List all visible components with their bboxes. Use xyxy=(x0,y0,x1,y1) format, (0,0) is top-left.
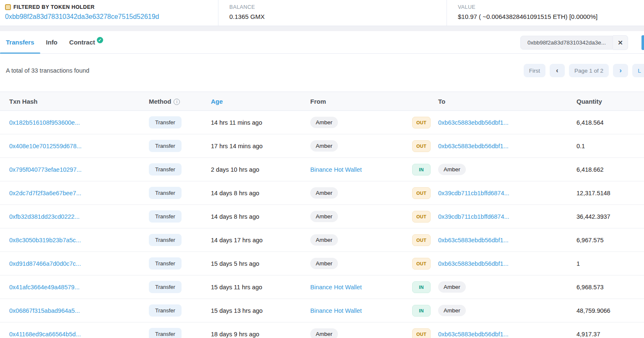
header-from: From xyxy=(310,98,412,105)
method-badge: Transfer xyxy=(149,328,182,338)
method-badge: Transfer xyxy=(149,257,182,270)
table-toolbar: A total of 33 transactions found First ‹… xyxy=(0,54,644,86)
table-header-row: Txn Hash Methodi Age From To Quantity xyxy=(0,92,644,111)
quantity-cell: 6,418.564 xyxy=(576,119,644,126)
pagination-next-button[interactable]: › xyxy=(613,64,628,77)
from-address[interactable]: Amber xyxy=(310,117,338,128)
summary-header: FILTERED BY TOKEN HOLDER 0xbb98f2a83d783… xyxy=(0,0,644,26)
table-row: 0x2dc7d7f2f3a6e67bee7... Transfer 14 day… xyxy=(0,181,644,205)
filter-close-icon[interactable]: ✕ xyxy=(613,35,628,50)
header-method: Methodi xyxy=(149,98,211,105)
value-value: $10.97 ( ~0.00643828461091515 ETH) [0.00… xyxy=(458,13,638,20)
from-address[interactable]: Binance Hot Wallet xyxy=(310,284,362,291)
direction-badge: OUT xyxy=(412,328,431,338)
to-address[interactable]: Amber xyxy=(438,281,466,293)
table-row: 0x41168ed9ca66564b5d... Transfer 18 days… xyxy=(0,322,644,338)
filter-holder-label-row: FILTERED BY TOKEN HOLDER xyxy=(5,4,212,10)
direction-badge: IN xyxy=(412,281,431,293)
direction-badge: OUT xyxy=(412,187,431,199)
age-cell: 14 days 8 hrs ago xyxy=(211,213,310,220)
to-address[interactable]: 0x39cdb711cb1bffd6874... xyxy=(438,213,509,220)
age-cell: 15 days 5 hrs ago xyxy=(211,260,310,267)
header-txn-hash: Txn Hash xyxy=(9,98,149,105)
table-body: 0x182b516108f953600e... Transfer 14 hrs … xyxy=(0,111,644,338)
to-address[interactable]: 0xb63c5883ebdb56dbf1... xyxy=(438,143,509,149)
to-address[interactable]: Amber xyxy=(438,164,466,175)
total-transactions-text: A total of 33 transactions found xyxy=(6,67,89,74)
holder-address-link[interactable]: 0xbb98f2a83d78310342da3e63278ce7515d5261… xyxy=(5,13,159,20)
txn-hash-link[interactable]: 0xd91d87466a7d0d0c7c... xyxy=(9,260,81,267)
method-badge: Transfer xyxy=(149,140,182,152)
from-address[interactable]: Amber xyxy=(310,140,338,152)
to-address[interactable]: 0xb63c5883ebdb56dbf1... xyxy=(438,119,509,126)
tab-transfers-label: Transfers xyxy=(6,39,34,46)
txn-hash-link[interactable]: 0x41afc3664e49a48579... xyxy=(9,284,80,291)
direction-badge: OUT xyxy=(412,258,431,270)
txn-hash-link[interactable]: 0x408e10e7012559d678... xyxy=(9,143,82,149)
txn-hash-link[interactable]: 0x2dc7d7f2f3a6e67bee7... xyxy=(9,190,81,197)
table-row: 0x795f040773efae10297... Transfer 2 days… xyxy=(0,158,644,181)
header-to: To xyxy=(438,98,576,105)
age-cell: 18 days 9 hrs ago xyxy=(211,331,310,338)
txn-hash-link[interactable]: 0x41168ed9ca66564b5d... xyxy=(9,331,81,338)
pagination-first-button[interactable]: First xyxy=(524,64,545,77)
from-address[interactable]: Amber xyxy=(310,234,338,246)
txn-hash-link[interactable]: 0x795f040773efae10297... xyxy=(9,166,82,173)
quantity-cell: 0.1 xyxy=(576,143,644,149)
age-cell: 15 days 11 hrs ago xyxy=(211,284,310,291)
from-address[interactable]: Binance Hot Wallet xyxy=(310,307,362,314)
from-address[interactable]: Amber xyxy=(310,211,338,222)
method-badge: Transfer xyxy=(149,163,182,176)
tab-info-label: Info xyxy=(46,39,58,46)
quantity-cell: 1 xyxy=(576,260,644,267)
tabs-bar: Transfers Info Contract ✓ 0xbb98f2a83d78… xyxy=(0,31,644,54)
filter-address-chip: 0xbb98f2a83d78310342da3e... xyxy=(520,36,613,50)
tab-info[interactable]: Info xyxy=(40,31,64,53)
active-filter-chip: 0xbb98f2a83d78310342da3e... ✕ xyxy=(520,35,628,50)
tab-contract-label: Contract xyxy=(69,39,95,46)
from-address[interactable]: Amber xyxy=(310,328,338,338)
header-quantity: Quantity xyxy=(576,98,644,105)
age-cell: 17 hrs 14 mins ago xyxy=(211,143,310,149)
direction-badge: OUT xyxy=(412,234,431,246)
txn-hash-link[interactable]: 0x182b516108f953600e... xyxy=(9,119,80,126)
value-label: VALUE xyxy=(458,4,638,10)
to-address[interactable]: 0x39cdb711cb1bffd6874... xyxy=(438,190,509,197)
txn-hash-link[interactable]: 0x06867f315abad964a5... xyxy=(9,307,80,314)
from-address[interactable]: Amber xyxy=(310,258,338,269)
quantity-cell: 6,968.573 xyxy=(576,284,644,291)
header-age[interactable]: Age xyxy=(211,98,310,105)
tab-contract[interactable]: Contract ✓ xyxy=(63,31,109,53)
tab-transfers[interactable]: Transfers xyxy=(0,31,40,53)
direction-badge: OUT xyxy=(412,117,431,128)
txn-hash-link[interactable]: 0xfb32d381dd23cd0222... xyxy=(9,213,80,220)
age-cell: 14 days 8 hrs ago xyxy=(211,190,310,197)
quantity-cell: 4,917.37 xyxy=(576,331,644,338)
age-cell: 14 hrs 11 mins ago xyxy=(211,119,310,126)
edge-partial-button[interactable] xyxy=(641,35,644,50)
section-divider-band xyxy=(0,26,644,31)
from-address[interactable]: Amber xyxy=(310,187,338,199)
quantity-cell: 6,967.575 xyxy=(576,237,644,244)
from-address[interactable]: Binance Hot Wallet xyxy=(310,166,362,173)
header-method-label: Method xyxy=(149,98,171,105)
method-badge: Transfer xyxy=(149,187,182,199)
balance-section: BALANCE 0.1365 GMX xyxy=(218,0,447,26)
pagination-prev-button[interactable]: ‹ xyxy=(550,64,565,77)
method-info-icon[interactable]: i xyxy=(174,99,180,105)
to-address[interactable]: 0xb63c5883ebdb56dbf1... xyxy=(438,260,509,267)
method-badge: Transfer xyxy=(149,234,182,246)
quantity-cell: 36,442.3937 xyxy=(576,213,644,220)
direction-badge: IN xyxy=(412,305,431,317)
to-address[interactable]: 0xb63c5883ebdb56dbf1... xyxy=(438,331,509,338)
txn-hash-link[interactable]: 0x8c3050b319b23b7a5c... xyxy=(9,237,81,244)
to-address[interactable]: 0xb63c5883ebdb56dbf1... xyxy=(438,237,509,244)
value-section: VALUE $10.97 ( ~0.00643828461091515 ETH)… xyxy=(447,0,644,26)
method-badge: Transfer xyxy=(149,304,182,317)
method-badge: Transfer xyxy=(149,281,182,293)
to-address[interactable]: Amber xyxy=(438,305,466,316)
table-row: 0x182b516108f953600e... Transfer 14 hrs … xyxy=(0,111,644,134)
pagination-last-button[interactable]: L xyxy=(632,64,644,77)
transfers-table: Txn Hash Methodi Age From To Quantity 0x… xyxy=(0,92,644,338)
age-cell: 14 days 17 hrs ago xyxy=(211,237,310,244)
